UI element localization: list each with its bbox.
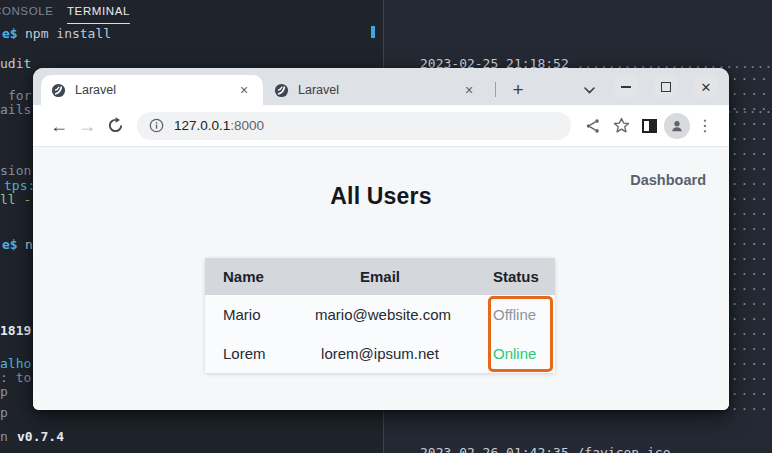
tab-search-chevron-icon[interactable]	[577, 78, 601, 102]
log-dots: ........................................…	[731, 69, 772, 84]
terminal-text-fragment: ll -	[0, 192, 31, 207]
terminal-text-fragment: p	[0, 405, 8, 420]
terminal-text-fragment: p	[0, 384, 8, 399]
reload-button[interactable]	[101, 112, 129, 140]
log-dots: ........................................…	[731, 234, 772, 249]
browser-toolbar: ← → 127.0.0.1:8000	[33, 105, 729, 147]
share-icon[interactable]	[579, 112, 607, 140]
log-dots: ........................................…	[731, 354, 772, 369]
bookmark-star-icon[interactable]	[607, 112, 635, 140]
log-dots: ........................................…	[731, 144, 772, 159]
cell-name: Mario	[205, 306, 315, 323]
browser-tab-2[interactable]: Laravel ×	[264, 75, 488, 105]
table-header-row: Name Email Status	[205, 258, 555, 295]
log-dots: ........................................…	[731, 279, 772, 294]
tab-console[interactable]: CONSOLE	[0, 5, 53, 17]
site-favicon-icon	[274, 83, 289, 98]
tab-close-icon[interactable]: ×	[235, 81, 253, 99]
terminal-version-text: v0.7.4	[17, 429, 64, 444]
server-log-bottom: 2023-02-26 01:42:35 /favicon.ico .......…	[420, 415, 772, 453]
header-email: Email	[315, 268, 445, 285]
back-button[interactable]: ←	[45, 112, 73, 140]
log-dots: ........................................…	[731, 294, 772, 309]
terminal-text-fragment: ails	[0, 102, 31, 117]
log-dots: ........................................…	[731, 264, 772, 279]
browser-tab-strip: Laravel × Laravel × + ✕	[33, 68, 729, 105]
terminal-command: n	[25, 237, 33, 252]
terminal-prompt: e$	[2, 26, 18, 41]
menu-kebab-icon[interactable]: ⋮	[691, 112, 719, 140]
terminal-text-fragment: sion	[0, 163, 31, 178]
log-dots: ........................................…	[731, 369, 772, 384]
log-dots: ........................................…	[678, 445, 772, 453]
cell-email: mario@website.com	[315, 306, 445, 323]
terminal-link-fragment: tps:	[4, 178, 35, 193]
cell-email: lorem@ipsum.net	[315, 345, 445, 362]
log-dots: ........................................…	[731, 114, 772, 129]
log-dots-column: ........................................…	[731, 69, 772, 414]
tab-close-icon[interactable]: ×	[460, 81, 478, 99]
browser-window: Laravel × Laravel × + ✕ ← →	[33, 68, 729, 410]
maximize-button[interactable]	[653, 74, 679, 100]
side-panel-icon[interactable]	[635, 112, 663, 140]
terminal-command: npm install	[25, 26, 111, 41]
tab-separator	[495, 82, 496, 97]
log-dots: ........................................…	[731, 324, 772, 339]
tab-title: Laravel	[298, 83, 460, 97]
terminal-text-fragment: 1819	[0, 323, 31, 338]
site-favicon-icon	[51, 83, 66, 98]
log-timestamp: 2023-02-26 01:42:35	[420, 445, 569, 453]
address-bar[interactable]: 127.0.0.1:8000	[137, 112, 571, 140]
window-close-button[interactable]: ✕	[693, 74, 719, 100]
log-dots: ........................................…	[731, 159, 772, 174]
url-text: 127.0.0.1:8000	[174, 118, 264, 133]
header-name: Name	[205, 268, 315, 285]
log-dots: ........................................…	[731, 99, 772, 114]
terminal-prompt: e$	[2, 237, 18, 252]
terminal-cursor	[371, 26, 375, 38]
log-dots: ........................................…	[731, 174, 772, 189]
log-dots: ........................................…	[731, 189, 772, 204]
log-dots: ........................................…	[731, 339, 772, 354]
page-content: Dashboard All Users Name Email Status Ma…	[33, 147, 729, 410]
log-dots: ........................................…	[731, 129, 772, 144]
status-annotation-box	[488, 296, 553, 372]
log-dots: ........................................…	[731, 384, 772, 399]
page-title: All Users	[33, 183, 729, 210]
terminal-text-fragment: for	[8, 88, 31, 103]
log-dots: ........................................…	[731, 309, 772, 324]
window-controls: ✕	[613, 74, 719, 100]
tab-terminal[interactable]: TERMINAL	[67, 5, 130, 24]
person-icon	[670, 119, 684, 133]
site-info-icon[interactable]	[149, 118, 164, 133]
cell-name: Lorem	[205, 345, 315, 362]
log-dots: ........................................…	[731, 219, 772, 234]
log-dots: ........................................…	[731, 399, 772, 414]
terminal-text-fragment: n	[0, 429, 8, 444]
terminal-text-fragment: : to	[0, 370, 31, 385]
profile-avatar[interactable]	[663, 112, 691, 140]
terminal-link-fragment: alho	[0, 356, 31, 371]
tab-title: Laravel	[75, 83, 235, 97]
log-dots: ........................................…	[731, 84, 772, 99]
log-dots: ........................................…	[731, 249, 772, 264]
forward-button[interactable]: →	[73, 112, 101, 140]
terminal-text-fragment: udit	[0, 56, 31, 71]
new-tab-button[interactable]: +	[503, 75, 533, 105]
browser-tab-1[interactable]: Laravel ×	[41, 75, 263, 105]
minimize-button[interactable]	[613, 74, 639, 100]
log-dots: ........................................…	[731, 204, 772, 219]
header-status: Status	[445, 268, 555, 285]
